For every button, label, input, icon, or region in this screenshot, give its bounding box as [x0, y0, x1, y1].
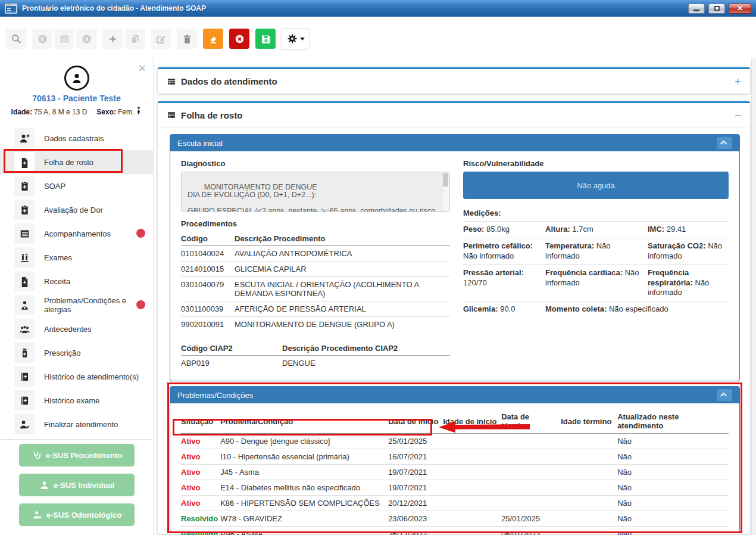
- table-row: AtivoK86 - HIPERTENSÃO SEM COMPLICAÇÕES2…: [181, 496, 729, 511]
- settings-menu-button[interactable]: [282, 29, 309, 49]
- patient-meta: Idade:75 A, 8 M e 13 D Sexo:Fem.: [0, 107, 153, 117]
- close-button[interactable]: ✕: [729, 4, 751, 14]
- column-header: Data de início: [388, 409, 443, 434]
- table-row: 9902010091MONITORAMENTO DE DENGUE (GRUPO…: [181, 317, 450, 332]
- sidebar-item-avaliacao-de-dor[interactable]: Avaliação de Dor: [0, 198, 153, 222]
- procedimentos-table: Código Descrição Procedimento 0101040024…: [181, 232, 450, 332]
- save-button[interactable]: [255, 29, 276, 49]
- ciap2-table: Código CIAP2 Descrição Procedimento CIAP…: [181, 341, 450, 371]
- column-header: Descrição Procedimento: [235, 232, 450, 246]
- dentist-icon: [32, 510, 42, 520]
- risco-value-button[interactable]: Não aguda: [463, 172, 729, 199]
- sidebar-item-historico-exame[interactable]: Histórico exame: [0, 388, 153, 412]
- table-row: AtivoA90 - Dengue [dengue clássico]25/01…: [181, 434, 729, 449]
- column-header: Situação: [181, 409, 220, 434]
- window-title: Prontuário eletrônico do cidadão - Atend…: [22, 4, 206, 13]
- sidebar-item-dados-cadastrais[interactable]: Dados cadastrais: [0, 126, 153, 150]
- sidebar: × 70613 - Paciente Teste Idade:75 A, 8 M…: [0, 58, 154, 535]
- table-row: ResolvidoR96 - ASMA26/12/202206/01/2023N…: [181, 527, 729, 535]
- column-header: Idade de início: [443, 409, 501, 434]
- previous-button[interactable]: [32, 29, 52, 49]
- eraser-icon: [208, 33, 219, 45]
- expand-toggle[interactable]: +: [735, 76, 741, 87]
- chevron-up-icon: [720, 393, 727, 399]
- panel-title: Dados do atendimento: [181, 76, 277, 86]
- next-button[interactable]: [76, 29, 96, 49]
- problemas-title: Problemas/Condições: [177, 391, 253, 400]
- trash-icon: [182, 33, 193, 45]
- sidebar-item-folha-de-rosto[interactable]: Folha de rosto: [0, 150, 153, 174]
- risco-label: Risco/Vulnerabilidade: [463, 159, 729, 168]
- search-button[interactable]: [6, 29, 26, 49]
- file-plus-icon: [14, 271, 35, 291]
- scrollbar-track[interactable]: [443, 173, 449, 211]
- column-header: Código CIAP2: [181, 341, 282, 356]
- sidebar-item-finalizar-atendimento[interactable]: Finalizar atendimento: [0, 412, 153, 436]
- minimize-button[interactable]: [688, 4, 705, 14]
- collapse-button[interactable]: [717, 389, 732, 401]
- add-button[interactable]: [102, 29, 123, 49]
- table-row: ABP019DENGUE: [181, 356, 450, 371]
- people-icon: [14, 319, 35, 339]
- sidebar-menu: Dados cadastrais Folha de rosto SOAP Ava…: [0, 126, 153, 436]
- escuta-inicial-title: Escuta inicial: [177, 139, 223, 148]
- scrollbar-thumb[interactable]: [443, 173, 448, 186]
- scrollbar-track[interactable]: [751, 58, 756, 535]
- edit-icon: [155, 33, 167, 45]
- panel-problemas-condicoes: Problemas/Condições Situação Problema/Co…: [170, 386, 740, 532]
- sidebar-item-antecedentes[interactable]: Antecedentes: [0, 317, 153, 341]
- list-icon: [59, 33, 70, 45]
- medicoes-label: Medições:: [463, 209, 729, 217]
- medicoes-row: Peso: 85.0kg Altura: 1.7cm IMC: 29.41: [463, 221, 729, 238]
- file-plus-icon: [14, 152, 35, 172]
- medicine-bottle-icon: [14, 343, 35, 363]
- diagnostico-textarea[interactable]: MONITORAMENTO DE DENGUE DIA DE EVOLUÇÃO …: [181, 172, 450, 212]
- esus-odontologico-button[interactable]: e-SUS Odontológico: [19, 503, 135, 526]
- medicoes-grid: Peso: 85.0kg Altura: 1.7cm IMC: 29.41 Pe…: [463, 221, 729, 318]
- table-row: AtivoI10 - Hipertensão essencial (primár…: [181, 449, 729, 465]
- sidebar-item-acompanhamentos[interactable]: Acompanhamentos: [0, 222, 153, 245]
- sidebar-item-exames[interactable]: Exames: [0, 245, 153, 269]
- sidebar-item-prescricao[interactable]: Prescrição: [0, 341, 153, 365]
- copy-icon: [129, 33, 140, 45]
- clear-button[interactable]: [203, 29, 223, 49]
- person-plus-icon: [14, 128, 35, 148]
- notification-badge: [136, 300, 145, 309]
- delete-button[interactable]: [177, 29, 197, 49]
- esus-individual-button[interactable]: e-SUS Individual: [19, 474, 135, 496]
- app-icon: [5, 4, 17, 14]
- table-row: ResolvidoW78 - GRAVIDEZ23/06/202325/01/2…: [181, 511, 729, 527]
- title-bar: Prontuário eletrônico do cidadão - Atend…: [0, 0, 756, 17]
- close-patient-panel-icon[interactable]: ×: [138, 62, 146, 75]
- sidebar-item-problemas-condicoes-alergias[interactable]: Problemas/Condições e alergias: [0, 293, 153, 317]
- notification-badge: [136, 229, 145, 238]
- minimize-icon: [693, 10, 699, 11]
- cancel-button[interactable]: [229, 29, 249, 49]
- collapse-toggle[interactable]: −: [735, 110, 741, 121]
- sidebar-item-receita[interactable]: Receita: [0, 269, 153, 293]
- table-row: 0301040079ESCUTA INICIAL / ORIENTAÇÃO (A…: [181, 277, 450, 301]
- panel-dados-do-atendimento: Dados do atendimento +: [158, 67, 750, 94]
- edit-button[interactable]: [151, 29, 171, 49]
- sidebar-item-historico-atendimentos[interactable]: Histórico de atendimento(s): [0, 365, 153, 388]
- table-icon: [167, 77, 176, 86]
- table-row: 0214010015GLICEMIA CAPILAR: [181, 262, 450, 277]
- copy-button[interactable]: [124, 29, 145, 49]
- divider: [0, 439, 153, 440]
- restore-icon: [714, 6, 720, 11]
- patient-avatar: [64, 66, 89, 91]
- person-check-icon: [14, 414, 35, 434]
- problemas-table: Situação Problema/Condição Data de iníci…: [181, 409, 729, 535]
- column-header: Atualizado neste atendimento: [617, 409, 729, 434]
- records-list-button[interactable]: [54, 29, 74, 49]
- restore-button[interactable]: [708, 4, 725, 14]
- sidebar-item-soap[interactable]: SOAP: [0, 174, 153, 198]
- table-row: AtivoE14 - Diabetes mellitus não especif…: [181, 480, 729, 496]
- arrow-right-circle-icon: [81, 33, 92, 45]
- book-plus-icon: [14, 366, 35, 387]
- table-row: AtivoJ45 - Asma19/07/2021Não: [181, 465, 729, 480]
- doctor-icon: [14, 295, 35, 315]
- esus-procedimento-button[interactable]: e-SUS Procedimento: [19, 444, 135, 466]
- collapse-button[interactable]: [717, 137, 732, 149]
- table-icon: [167, 110, 176, 120]
